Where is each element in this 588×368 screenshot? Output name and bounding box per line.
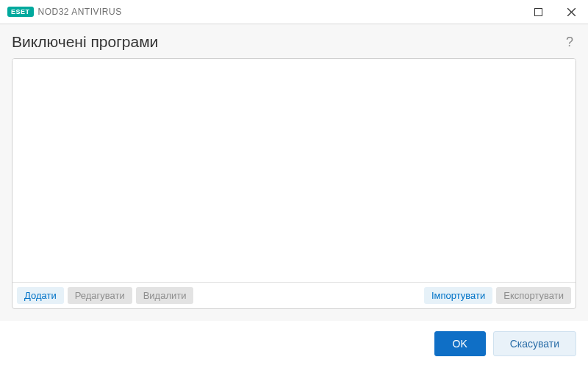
window: ESET NOD32 ANTIVIRUS Виключені програми … [0, 0, 588, 368]
exclusions-panel: Додати Редагувати Видалити Імпортувати Е… [12, 58, 576, 309]
maximize-button[interactable] [522, 0, 555, 24]
close-button[interactable] [555, 0, 588, 24]
maximize-icon [534, 8, 542, 16]
titlebar: ESET NOD32 ANTIVIRUS [0, 0, 588, 24]
footer: OK Скасувати [0, 321, 588, 368]
import-button[interactable]: Імпортувати [424, 287, 492, 304]
window-controls [522, 0, 588, 24]
edit-button: Редагувати [68, 287, 132, 304]
delete-button: Видалити [136, 287, 194, 304]
brand-text: NOD32 ANTIVIRUS [38, 7, 122, 17]
help-button[interactable]: ? [563, 35, 576, 50]
content-area: Виключені програми ? Додати Редагувати В… [0, 24, 588, 321]
header-row: Виключені програми ? [12, 33, 576, 51]
export-button: Експортувати [496, 287, 571, 304]
brand-badge: ESET [7, 7, 34, 17]
ok-button[interactable]: OK [434, 331, 486, 356]
add-button[interactable]: Додати [17, 287, 64, 304]
exclusions-list[interactable] [12, 59, 576, 282]
svg-rect-0 [535, 8, 542, 15]
cancel-button[interactable]: Скасувати [493, 331, 576, 356]
close-icon [567, 8, 576, 16]
page-title: Виключені програми [12, 33, 158, 51]
panel-toolbar: Додати Редагувати Видалити Імпортувати Е… [12, 282, 576, 308]
toolbar-spacer [197, 287, 420, 304]
